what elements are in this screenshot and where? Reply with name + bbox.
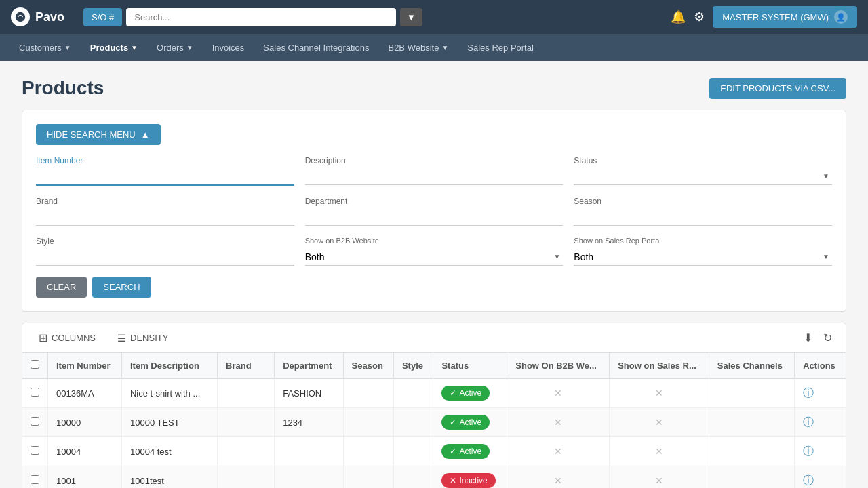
search-dropdown-btn[interactable]: ▼ [400, 8, 422, 26]
svg-point-0 [16, 12, 25, 22]
item-number-label: Item Number [36, 156, 294, 165]
col-show-sales-r: Show on Sales R... [610, 353, 709, 378]
col-status: Status [433, 353, 507, 378]
download-button[interactable]: ⬇ [801, 329, 815, 347]
cell-season [343, 437, 393, 466]
cell-brand [218, 466, 275, 489]
nav-item-sales-rep-portal[interactable]: Sales Rep Portal [459, 37, 542, 58]
row-checkbox[interactable] [31, 446, 39, 455]
notifications-icon[interactable]: 🔔 [671, 9, 686, 24]
item-number-input[interactable] [36, 168, 294, 186]
cell-actions: ⓘ [795, 437, 846, 466]
user-avatar-icon: 👤 [834, 10, 848, 24]
status-icon: ✓ [450, 388, 456, 398]
info-icon[interactable]: ⓘ [803, 445, 814, 457]
master-system-button[interactable]: MASTER SYSTEM (GMW) 👤 [713, 6, 857, 28]
clear-button[interactable]: CLEAR [36, 277, 87, 298]
show-on-sales-rep-field: Show on Sales Rep Portal Both Yes No [574, 237, 832, 266]
row-checkbox[interactable] [31, 388, 39, 396]
nav-item-products[interactable]: Products ▼ [82, 37, 146, 58]
show-sales-rep-label: Show on Sales Rep Portal [574, 237, 832, 245]
col-season: Season [343, 353, 393, 378]
cell-status: ✕ Inactive [433, 466, 507, 489]
select-all-header[interactable] [22, 353, 48, 378]
col-brand: Brand [218, 353, 275, 378]
cell-b2b: ✕ [507, 408, 610, 437]
status-label: Status [574, 156, 832, 165]
columns-button[interactable]: ⊞ COLUMNS [33, 329, 101, 347]
department-label: Department [305, 197, 564, 206]
show-sales-rep-select[interactable]: Both Yes No [574, 249, 832, 266]
show-b2b-select[interactable]: Both Yes No [305, 249, 564, 266]
brand-field: Brand [36, 197, 294, 226]
cell-style [393, 437, 433, 466]
row-checkbox-cell[interactable] [22, 437, 48, 466]
cell-department: 1234 [275, 408, 343, 437]
status-badge: ✓ Active [441, 444, 490, 459]
nav-item-orders[interactable]: Orders ▼ [149, 37, 201, 58]
cell-item-number: 10004 [48, 437, 122, 466]
so-button[interactable]: S/O # [83, 8, 122, 26]
cell-season [343, 466, 393, 489]
info-icon[interactable]: ⓘ [803, 387, 814, 399]
status-select[interactable]: Active Inactive [574, 168, 832, 185]
nav-item-b2b[interactable]: B2B Website ▼ [380, 37, 456, 58]
description-input[interactable] [305, 168, 564, 185]
search-button[interactable]: SEARCH [92, 277, 151, 298]
info-icon[interactable]: ⓘ [803, 474, 814, 486]
brand-input[interactable] [36, 209, 294, 226]
edit-csv-button[interactable]: EDIT PRODUCTS VIA CSV... [709, 78, 846, 99]
col-item-number: Item Number [48, 353, 122, 378]
nav-item-customers[interactable]: Customers ▼ [11, 37, 79, 58]
season-input[interactable] [574, 209, 832, 226]
cell-sales-rep: ✕ [610, 466, 709, 489]
page-content: Products EDIT PRODUCTS VIA CSV... HIDE S… [0, 61, 868, 488]
row-checkbox-cell[interactable] [22, 466, 48, 489]
density-icon: ☰ [117, 333, 126, 344]
cell-description: 10004 test [121, 437, 217, 466]
row-checkbox[interactable] [31, 417, 39, 426]
description-field: Description [305, 156, 564, 186]
table-row: 10004 10004 test ✓ Active ✕ ✕ ⓘ [22, 437, 846, 466]
brand-logo: Pavo [11, 7, 64, 26]
page-header: Products EDIT PRODUCTS VIA CSV... [22, 77, 846, 99]
table-row: 1001 1001test ✕ Inactive ✕ ✕ ⓘ [22, 466, 846, 489]
topbar: Pavo S/O # ▼ 🔔 ⚙ MASTER SYSTEM (GMW) 👤 [0, 0, 868, 34]
cell-season [343, 408, 393, 437]
chevron-down-icon: ▼ [131, 44, 138, 52]
status-badge: ✓ Active [441, 415, 490, 430]
row-checkbox-cell[interactable] [22, 408, 48, 437]
cell-brand [218, 408, 275, 437]
density-button[interactable]: ☰ DENSITY [112, 330, 174, 346]
style-field: Style [36, 237, 294, 266]
cell-department [275, 466, 343, 489]
topbar-search-input[interactable] [126, 8, 396, 26]
table-row: 00136MA Nice t-shirt with ... FASHION ✓ … [22, 378, 846, 408]
settings-icon[interactable]: ⚙ [694, 9, 705, 24]
table-toolbar: ⊞ COLUMNS ☰ DENSITY ⬇ ↻ [22, 323, 846, 353]
cell-b2b: ✕ [507, 378, 610, 408]
cell-style [393, 378, 433, 408]
col-show-b2b: Show On B2B We... [507, 353, 610, 378]
row-checkbox-cell[interactable] [22, 378, 48, 408]
department-input[interactable] [305, 209, 564, 226]
cell-season [343, 378, 393, 408]
col-actions: Actions [795, 353, 846, 378]
cell-description: 10000 TEST [121, 408, 217, 437]
cell-status: ✓ Active [433, 408, 507, 437]
refresh-button[interactable]: ↻ [821, 329, 835, 347]
nav-item-sales-channel[interactable]: Sales Channel Integrations [255, 37, 377, 58]
chevron-up-icon: ▲ [141, 129, 150, 140]
hide-search-button[interactable]: HIDE SEARCH MENU ▲ [36, 124, 161, 145]
row-checkbox[interactable] [31, 475, 39, 484]
style-input[interactable] [36, 249, 294, 266]
products-table: Item Number Item Description Brand Depar… [22, 353, 846, 488]
select-all-checkbox[interactable] [31, 360, 39, 369]
cell-b2b: ✕ [507, 466, 610, 489]
style-label: Style [36, 237, 294, 246]
nav-item-invoices[interactable]: Invoices [204, 37, 253, 58]
cell-department: FASHION [275, 378, 343, 408]
info-icon[interactable]: ⓘ [803, 416, 814, 428]
brand-name: Pavo [35, 10, 64, 24]
show-on-b2b-field: Show on B2B Website Both Yes No [305, 237, 564, 266]
